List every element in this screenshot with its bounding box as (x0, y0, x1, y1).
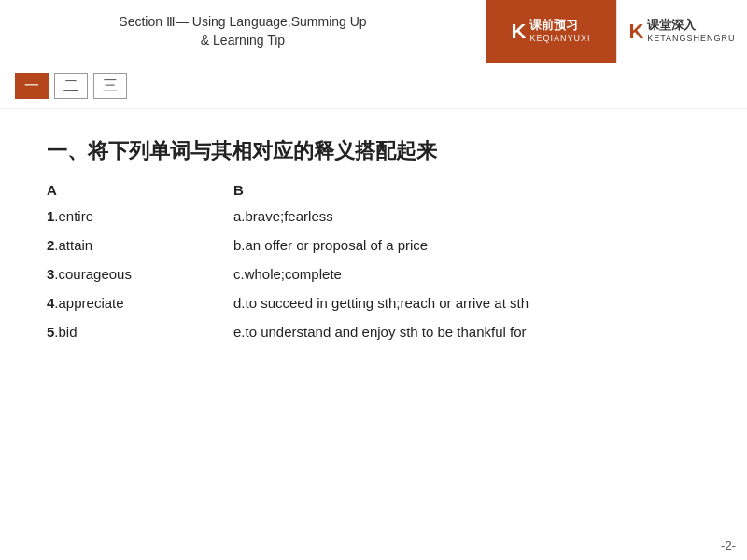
word-left: 5.bid (47, 319, 233, 344)
btn1-label-bottom: KEQIANYUXI (529, 34, 590, 45)
main-content: 一、将下列单词与其相对应的释义搭配起来 A B 1.entire a.brave… (0, 109, 747, 367)
table-row: 3.courageous c.whole;complete (47, 261, 700, 287)
col-a-header: A (47, 182, 233, 198)
btn2-label-bottom: KETANGSHENGRU (647, 34, 735, 45)
col-b-header: B (233, 182, 244, 198)
table-row: 4.appreciate d.to succeed in getting sth… (47, 290, 700, 315)
word-text: .entire (54, 208, 93, 224)
word-left: 1.entire (47, 203, 233, 229)
word-left: 3.courageous (47, 261, 233, 287)
header: Section Ⅲ— Using Language,Summing Up & L… (0, 0, 747, 63)
word-definition: a.brave;fearless (233, 203, 333, 229)
title-line1: Section Ⅲ— Using Language,Summing Up (119, 13, 366, 32)
word-definition: e.to understand and enjoy sth to be than… (233, 319, 527, 344)
word-table: 1.entire a.brave;fearless 2.attain b.an … (47, 203, 700, 344)
k-icon-2: K (628, 20, 643, 44)
word-definition: c.whole;complete (233, 261, 342, 287)
tab-2[interactable]: 二 (54, 73, 88, 99)
table-row: 2.attain b.an offer or proposal of a pri… (47, 232, 700, 258)
tab-3[interactable]: 三 (93, 73, 127, 99)
tab-bar: 一 二 三 (0, 63, 747, 109)
word-left: 2.attain (47, 232, 233, 258)
k-icon-1: K (512, 20, 527, 44)
btn1-label-top: 课前预习 (529, 18, 590, 34)
table-row: 5.bid e.to understand and enjoy sth to b… (47, 319, 700, 344)
word-text: .courageous (54, 266, 132, 282)
btn1-text: 课前预习 KEQIANYUXI (529, 18, 590, 45)
word-text: .bid (54, 324, 77, 340)
btn2-label-top: 课堂深入 (647, 18, 735, 34)
header-title: Section Ⅲ— Using Language,Summing Up & L… (0, 0, 486, 63)
page-number: -2- (721, 539, 736, 553)
word-definition: d.to succeed in getting sth;reach or arr… (233, 290, 529, 315)
word-text: .appreciate (54, 295, 123, 311)
title-line2: & Learning Tip (119, 32, 366, 50)
column-headers: A B (47, 182, 700, 198)
section-title: 一、将下列单词与其相对应的释义搭配起来 (47, 137, 700, 165)
btn2-text: 课堂深入 KETANGSHENGRU (647, 18, 735, 45)
word-left: 4.appreciate (47, 290, 233, 315)
tab-1[interactable]: 一 (15, 73, 49, 99)
word-text: .attain (54, 237, 92, 253)
word-definition: b.an offer or proposal of a price (233, 232, 428, 258)
ketangshengru-button[interactable]: K 课堂深入 KETANGSHENGRU (616, 0, 747, 63)
table-row: 1.entire a.brave;fearless (47, 203, 700, 229)
keqianyuxi-button[interactable]: K 课前预习 KEQIANYUXI (486, 0, 616, 63)
